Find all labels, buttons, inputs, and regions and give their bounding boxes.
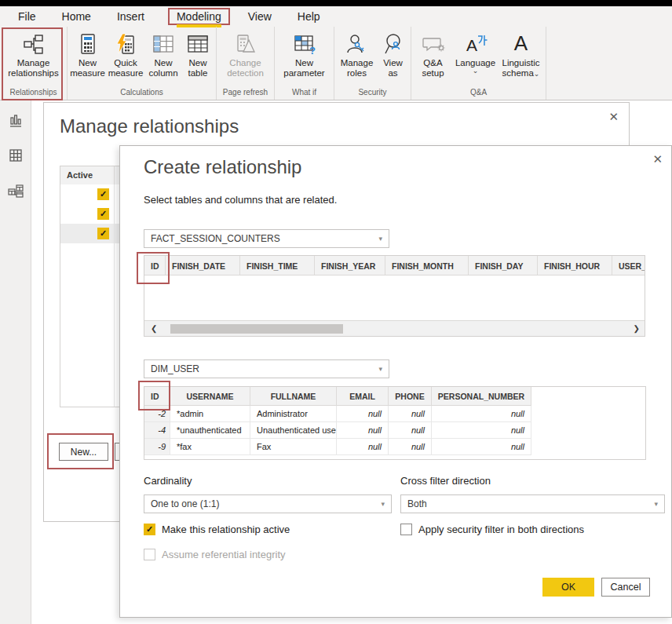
- cell: null: [432, 439, 531, 455]
- make-active-checkbox[interactable]: ✓: [144, 524, 155, 535]
- to-table-selected-value: DIM_USER: [151, 363, 199, 374]
- quick-measure-icon: [115, 31, 137, 57]
- make-active-option: ✓ Make this relationship active: [144, 524, 290, 535]
- referential-integrity-checkbox: [144, 549, 155, 560]
- cardinality-dropdown[interactable]: One to one (1:1) ▾: [144, 494, 392, 513]
- annotation-box: [138, 381, 170, 411]
- menu-help[interactable]: Help: [290, 9, 328, 24]
- manage-roles-button[interactable]: Manage roles: [337, 31, 378, 78]
- from-table-header-row: ID FINISH_DATE FINISH_TIME FINISH_YEAR F…: [144, 256, 645, 276]
- cardinality-selected-value: One to one (1:1): [151, 498, 219, 509]
- horizontal-scrollbar[interactable]: ❮ ❯: [144, 320, 645, 336]
- ribbon-group-security: Manage roles View as Security: [334, 27, 411, 100]
- group-label-calculations: Calculations: [68, 88, 216, 100]
- column-header[interactable]: FINISH_DAY: [469, 256, 538, 275]
- change-detection-button: Change detection: [221, 31, 270, 78]
- to-table-dropdown[interactable]: DIM_USER ▾: [144, 359, 389, 378]
- security-filter-label: Apply security filter in both directions: [418, 524, 584, 535]
- menu-modeling[interactable]: Modeling: [168, 8, 230, 25]
- cell: null: [337, 406, 389, 422]
- active-checkbox[interactable]: ✓: [97, 188, 109, 200]
- new-column-button[interactable]: New column: [145, 31, 181, 78]
- group-label-security: Security: [334, 88, 411, 100]
- table-row: -9 *fax Fax null null null: [144, 439, 645, 455]
- model-view-icon[interactable]: [7, 182, 24, 203]
- scrollbar-thumb[interactable]: [170, 324, 343, 334]
- svg-text:A: A: [466, 36, 477, 54]
- cross-filter-label: Cross filter direction: [400, 475, 491, 487]
- scroll-right-icon[interactable]: ❯: [634, 324, 640, 333]
- create-relationship-dialog: Create relationship ✕ Select tables and …: [119, 145, 672, 618]
- new-measure-button[interactable]: New measure: [69, 31, 106, 78]
- cardinality-label: Cardinality: [144, 475, 192, 487]
- cross-filter-selected-value: Both: [407, 498, 427, 509]
- linguistic-schema-icon: A: [514, 31, 528, 57]
- group-label-relationships: Relationships: [0, 88, 67, 100]
- ribbon-group-qa: Q&A setup A Language ⌄ A Linguistic sche…: [411, 27, 546, 100]
- column-header[interactable]: PHONE: [389, 387, 432, 406]
- column-header[interactable]: FINISH_TIME: [240, 256, 315, 275]
- to-table-header-row: ID USERNAME FULLNAME EMAIL PHONE PERSONA…: [144, 387, 645, 406]
- menu-home[interactable]: Home: [54, 9, 99, 24]
- qa-setup-label: Q&A setup: [415, 58, 451, 78]
- from-table-dropdown[interactable]: FACT_SESSION_COUNTERS ▾: [144, 229, 389, 248]
- cell: *admin: [170, 406, 250, 422]
- column-header[interactable]: FINISH_HOUR: [538, 256, 612, 275]
- manage-dialog-close-icon[interactable]: ✕: [608, 110, 619, 124]
- table-row: -4 *unauthenticated Unauthenticated user…: [144, 422, 645, 439]
- linguistic-schema-button[interactable]: A Linguistic schema⌄: [499, 31, 544, 78]
- scroll-left-icon[interactable]: ❮: [144, 324, 157, 333]
- column-header[interactable]: EMAIL: [337, 387, 389, 406]
- group-label-page-refresh: Page refresh: [217, 88, 274, 100]
- active-column-header: Active: [60, 166, 115, 184]
- cell: -4: [144, 422, 170, 439]
- column-header[interactable]: FINISH_DATE: [166, 256, 240, 275]
- qa-setup-button[interactable]: Q&A setup: [414, 31, 453, 78]
- cross-filter-dropdown[interactable]: Both ▾: [400, 494, 665, 513]
- from-table-preview: ID FINISH_DATE FINISH_TIME FINISH_YEAR F…: [144, 255, 645, 337]
- ribbon-group-relationships: Manage relationships Relationships: [0, 27, 68, 100]
- security-filter-checkbox[interactable]: [400, 524, 412, 535]
- column-header[interactable]: FINISH_YEAR: [315, 256, 385, 275]
- new-parameter-button[interactable]: ? New parameter: [279, 31, 330, 78]
- make-active-label: Make this relationship active: [162, 524, 290, 535]
- new-parameter-icon: ?: [294, 31, 316, 57]
- column-header[interactable]: USER_ID: [612, 256, 645, 275]
- view-as-label: View as: [379, 58, 407, 78]
- view-sidebar: [0, 100, 31, 624]
- column-header[interactable]: USERNAME: [170, 387, 250, 406]
- column-header[interactable]: PERSONAL_NUMBER: [432, 387, 531, 406]
- new-column-label: New column: [147, 58, 180, 78]
- new-parameter-label: New parameter: [281, 58, 328, 78]
- quick-measure-button[interactable]: Quick measure: [106, 31, 145, 78]
- column-header[interactable]: FULLNAME: [250, 387, 337, 406]
- menu-view[interactable]: View: [240, 9, 279, 24]
- table-row: -2 *admin Administrator null null null: [144, 406, 645, 422]
- language-button[interactable]: A Language ⌄: [453, 31, 499, 74]
- create-dialog-close-icon[interactable]: ✕: [652, 152, 663, 166]
- report-view-icon[interactable]: [8, 113, 24, 132]
- menu-file[interactable]: File: [10, 9, 44, 24]
- view-as-icon: [382, 31, 404, 57]
- quick-measure-label: Quick measure: [108, 58, 144, 78]
- manage-relationships-button[interactable]: Manage relationships: [3, 31, 64, 78]
- referential-integrity-option: Assume referential integrity: [144, 549, 286, 560]
- active-checkbox[interactable]: ✓: [97, 208, 109, 220]
- cancel-button[interactable]: Cancel: [601, 578, 650, 597]
- menu-insert[interactable]: Insert: [109, 9, 152, 24]
- view-as-button[interactable]: View as: [378, 31, 409, 78]
- active-checkbox[interactable]: ✓: [97, 228, 109, 239]
- language-chevron-icon: ⌄: [473, 68, 479, 74]
- new-table-button[interactable]: New table: [181, 31, 214, 78]
- dropdown-caret-icon: ▾: [654, 500, 658, 508]
- new-column-icon: [152, 31, 174, 57]
- cell: -9: [144, 439, 170, 455]
- cell: null: [337, 422, 389, 439]
- data-view-icon[interactable]: [8, 148, 24, 166]
- ok-button[interactable]: OK: [542, 578, 594, 597]
- workspace: Manage relationships ✕ Active ✓ ✓ ✓ New.…: [0, 100, 672, 624]
- cell: null: [389, 406, 432, 422]
- new-relationship-button[interactable]: New...: [59, 443, 108, 461]
- column-header[interactable]: FINISH_MONTH: [385, 256, 469, 275]
- ribbon-spacer: [546, 27, 672, 100]
